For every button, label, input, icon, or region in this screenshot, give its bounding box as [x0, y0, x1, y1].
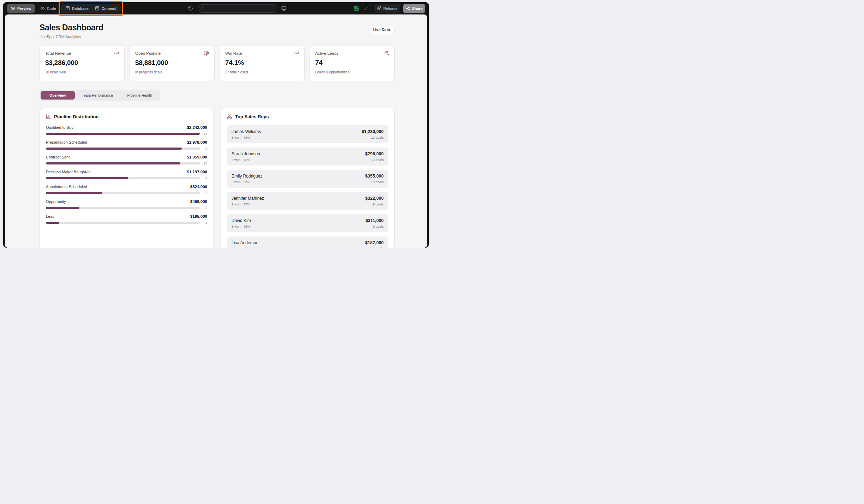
metric-value: $8,881,000: [135, 59, 209, 67]
stage-row: Presentation Scheduled $1,978,000 9: [46, 140, 207, 150]
database-zap-icon: [95, 6, 100, 11]
rep-won: 3 won · 50%: [232, 180, 250, 184]
database-label: Database: [72, 6, 89, 11]
preview-button[interactable]: Preview: [7, 4, 35, 13]
stage-count: 10: [202, 162, 207, 165]
top-toolbar: Preview Code Database: [3, 2, 429, 14]
stage-bar-fill: [46, 133, 200, 135]
stage-label: Presentation Scheduled: [46, 140, 87, 144]
save-icon: [354, 6, 359, 11]
metric-label: Win Rate: [225, 51, 242, 55]
stage-label: Decision Maker Bought-In: [46, 170, 91, 174]
app-window: Preview Code Database: [3, 2, 429, 248]
live-data-badge: Live Data: [368, 25, 395, 34]
stage-count: 14: [202, 132, 207, 136]
rep-deals: 10 deals: [371, 247, 384, 248]
share-label: Share: [412, 6, 422, 11]
rep-name: Emily Rodriguez: [232, 174, 262, 179]
stage-label: Lead: [46, 214, 54, 218]
metric-sub: 20 deals won: [45, 70, 119, 74]
top-sales-reps-card: Top Sales Reps James Williams $1,230,000…: [221, 108, 395, 248]
code-button[interactable]: Code: [37, 4, 59, 13]
stage-bar-track: [46, 207, 200, 209]
stage-bar-fill: [46, 222, 59, 224]
stage-value: $2,242,000: [187, 125, 207, 130]
rep-amount: $187,000: [365, 240, 384, 245]
stage-count: 9: [202, 176, 207, 180]
stage-value: $489,000: [190, 199, 207, 204]
stage-bar-track: [46, 148, 200, 150]
connect-label: Connect: [102, 6, 116, 11]
stage-row: Appointment Scheduled $821,000 7: [46, 185, 207, 195]
tab-pipeline-health[interactable]: Pipeline Health: [120, 91, 159, 100]
rep-list: James Williams $1,230,000 3 won · 75% 13…: [227, 125, 388, 248]
rocket-icon: [377, 6, 381, 11]
rep-amount: $1,230,000: [361, 129, 384, 134]
card-title: Top Sales Reps: [235, 114, 269, 119]
viewport-desktop-button[interactable]: [279, 4, 288, 13]
maximize-icon: [364, 6, 368, 11]
tab-overview[interactable]: Overview: [41, 91, 75, 100]
stage-label: Appointment Scheduled: [46, 185, 87, 189]
code-label: Code: [47, 6, 56, 11]
stage-label: Opportunity: [46, 199, 66, 204]
stage-count: 9: [202, 147, 207, 150]
rep-row: Emily Rodriguez $355,000 3 won · 50% 13 …: [227, 170, 388, 188]
rep-amount: $322,000: [365, 196, 384, 201]
rep-row: Sarah Johnson $798,000 5 won · 83% 13 de…: [227, 148, 388, 166]
stage-row: Decision Maker Bought-In $1,197,000 9: [46, 170, 207, 180]
metric-card-total-revenue: Total Revenue $3,286,000 20 deals won: [40, 45, 125, 82]
users-icon: [384, 50, 389, 56]
url-input[interactable]: /: [198, 4, 276, 13]
pipeline-distribution-card: Pipeline Distribution Qualified to Buy $…: [40, 108, 214, 248]
stage-bar-track: [46, 162, 200, 164]
rep-won: 5 won · 83%: [232, 158, 250, 162]
stage-row: Contract Sent $1,959,000 10: [46, 155, 207, 165]
rep-row: James Williams $1,230,000 3 won · 75% 13…: [227, 125, 388, 143]
trending-up-icon: [114, 50, 119, 56]
release-button[interactable]: Release: [374, 4, 400, 13]
metric-value: 74.1%: [225, 59, 299, 67]
stage-bar-fill: [46, 177, 128, 179]
toolbar-right-group: Release Share: [354, 4, 425, 13]
card-title: Pipeline Distribution: [54, 114, 98, 119]
database-connect-group: Database Connect: [61, 4, 121, 13]
dashboard-header: Sales Dashboard HubSpot CRM Analytics Li…: [40, 23, 395, 39]
database-button[interactable]: Database: [62, 4, 91, 13]
stage-label: Contract Sent: [46, 155, 70, 159]
toolbar-center-group: /: [124, 4, 351, 13]
release-label: Release: [383, 6, 397, 11]
share-button[interactable]: Share: [403, 4, 425, 13]
rep-name: Lisa Anderson: [232, 240, 258, 245]
rep-amount: $311,000: [366, 218, 384, 223]
url-value: /: [202, 6, 203, 11]
reload-button[interactable]: [186, 4, 195, 13]
stage-label: Qualified to Buy: [46, 125, 73, 130]
stage-value: $195,000: [190, 214, 207, 218]
tab-team-performance[interactable]: Team Performance: [75, 91, 120, 100]
metric-label: Open Pipeline: [135, 51, 161, 55]
rep-won: 3 won · 75%: [232, 224, 250, 228]
metric-label: Active Leads: [315, 51, 338, 55]
rep-name: James Williams: [232, 129, 261, 134]
fullscreen-button[interactable]: [362, 4, 371, 13]
share-icon: [406, 6, 410, 11]
metric-card-win-rate: Win Rate 74.1% 27 total closed: [220, 45, 305, 82]
stage-bar-fill: [46, 192, 102, 194]
stage-count: 7: [202, 191, 207, 195]
stage-bar-track: [46, 192, 200, 194]
stage-value: $821,000: [190, 185, 207, 189]
rep-name: David Kim: [232, 218, 251, 223]
stage-row: Opportunity $489,000 3: [46, 199, 207, 210]
stage-count: 1: [202, 221, 207, 224]
connect-button[interactable]: Connect: [92, 4, 119, 13]
rep-amount: $798,000: [365, 151, 384, 156]
rep-deals: 13 deals: [371, 158, 384, 162]
dashboard-tabs: Overview Team Performance Pipeline Healt…: [40, 90, 160, 101]
metric-sub: 27 total closed: [225, 70, 299, 74]
stage-value: $1,959,000: [187, 155, 207, 159]
rep-row: Jennifer Martinez $322,000 2 won · 67% 9…: [227, 192, 388, 210]
metric-label: Total Revenue: [45, 51, 71, 55]
code-icon: [40, 6, 45, 11]
stage-row: Lead $195,000 1: [46, 214, 207, 224]
